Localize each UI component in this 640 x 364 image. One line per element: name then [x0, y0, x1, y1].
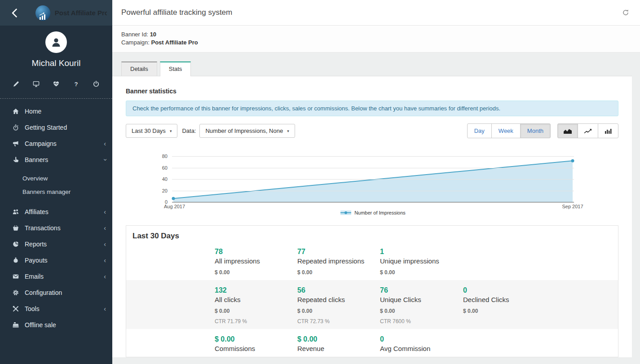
sidebar: Post Affiliate Pro Michal Kouril ?: [0, 0, 112, 364]
sidebar-item-banners[interactable]: Banners ‹: [0, 152, 112, 168]
stat-label: All clicks: [215, 296, 293, 303]
back-button[interactable]: [7, 5, 22, 21]
legend-label: Number of Impressions: [354, 210, 406, 215]
period-dropdown-value: Last 30 Days: [132, 127, 166, 134]
monitor-icon[interactable]: [33, 80, 40, 88]
section-heading: Banner statistics: [112, 76, 632, 95]
pencil-icon[interactable]: [13, 80, 20, 88]
data-point: [172, 197, 175, 200]
money-bag-icon: [13, 257, 19, 263]
chart-plot-area: [172, 156, 574, 202]
period-dropdown[interactable]: Last 30 Days ▾: [126, 124, 177, 138]
info-message: Check the performance of this banner for…: [126, 101, 618, 116]
stat-cell: 0 Declined Clicks $ 0.00: [463, 286, 618, 325]
stat-cell-empty: [463, 335, 618, 352]
tab-bar: Details Stats: [112, 61, 632, 76]
sidebar-item-overview[interactable]: Overview: [0, 171, 112, 185]
stat-cell: 56 Repeated clicks $ 0.00 CTR 72.73 %: [297, 286, 380, 325]
stat-money: $ 0.00: [380, 269, 459, 276]
tab-stats[interactable]: Stats: [160, 61, 191, 76]
stat-cell: 77 Repeated impressions $ 0.00: [297, 248, 380, 276]
stat-value: 56: [297, 286, 375, 294]
gridline: [172, 202, 574, 202]
summary-row-commissions: $ 0.00 Commissions $ 0.00 Revenue 0 Avg …: [126, 329, 618, 357]
summary-row-impressions: 78 All impressions $ 0.00 77 Repeated im…: [126, 241, 618, 280]
chevron-left-icon: ‹: [104, 140, 106, 147]
stat-label: Declined Clicks: [463, 296, 614, 303]
campaign-label: Campaign:: [121, 39, 150, 46]
avatar[interactable]: [45, 31, 67, 53]
stat-label: Repeated impressions: [297, 257, 375, 265]
stat-value: 78: [215, 248, 293, 256]
power-icon[interactable]: [93, 80, 100, 88]
banner-id-label: Banner Id:: [121, 31, 148, 38]
chart-type-group: [557, 123, 618, 138]
x-axis-label-start: Aug 2017: [164, 204, 185, 209]
refresh-icon[interactable]: [620, 7, 631, 18]
legend-marker: [340, 211, 351, 215]
sidebar-item-label: Affiliates: [25, 208, 49, 215]
gridline: [172, 156, 574, 157]
sidebar-item-offline-sale[interactable]: Offline sale: [0, 317, 112, 333]
day-button[interactable]: Day: [467, 123, 492, 138]
impressions-chart: 020406080 Aug 2017 Sep 2017 Number of Im…: [112, 153, 632, 220]
area-fill: [173, 161, 573, 202]
area-chart-icon: [564, 128, 572, 134]
sidebar-item-reports[interactable]: Reports ‹: [0, 236, 112, 252]
sidebar-item-label: Configuration: [25, 289, 62, 296]
sidebar-item-configuration[interactable]: Configuration: [0, 285, 112, 301]
sidebar-item-emails[interactable]: Emails ‹: [0, 268, 112, 285]
sidebar-item-label: Offline sale: [25, 321, 56, 329]
sidebar-item-affiliates[interactable]: Affiliates ‹: [0, 204, 112, 220]
sidebar-item-label: Overview: [22, 175, 48, 182]
topbar: Powerful affiliate tracking system: [112, 0, 640, 26]
stat-label: Unique Clicks: [380, 296, 459, 303]
week-button[interactable]: Week: [491, 123, 521, 138]
stats-panel: Banner statistics Check the performance …: [112, 76, 632, 357]
bar-chart-icon: [604, 128, 612, 134]
tab-label: Stats: [169, 66, 182, 72]
y-axis-tick: 60: [150, 165, 168, 171]
stat-money: $ 0.00: [463, 308, 614, 314]
sidebar-item-label: Banners: [25, 156, 48, 163]
sidebar-item-transactions[interactable]: Transactions ‹: [0, 220, 112, 236]
gutter: [126, 248, 215, 276]
sidebar-item-campaigns[interactable]: Campaigns ‹: [0, 136, 112, 152]
stat-label: All impressions: [215, 257, 293, 265]
page-title: Powerful affiliate tracking system: [121, 8, 232, 17]
gutter: [126, 286, 215, 325]
summary-box: Last 30 Days 78 All impressions $ 0.00 7…: [126, 225, 618, 357]
line-chart-icon: [584, 128, 592, 134]
quick-actions: ?: [0, 80, 112, 88]
bar-chart-button[interactable]: [598, 123, 618, 138]
users-icon: [13, 209, 19, 215]
stat-cell: 76 Unique Clicks $ 0.00 CTR 7600 %: [380, 286, 463, 325]
data-dropdown[interactable]: Number of Impressions, None ▾: [199, 124, 295, 138]
chart-legend: Number of Impressions: [172, 210, 574, 215]
gridline: [172, 191, 574, 191]
chart-controls: Last 30 Days ▾ Data: Number of Impressio…: [126, 123, 618, 138]
help-icon[interactable]: ?: [73, 80, 80, 88]
main-area: Powerful affiliate tracking system Banne…: [112, 0, 640, 364]
line-chart-button[interactable]: [578, 123, 598, 138]
y-axis-tick: 80: [150, 153, 168, 159]
person-icon: [50, 36, 62, 48]
sidebar-item-payouts[interactable]: Payouts ‹: [0, 252, 112, 268]
stat-cell: 78 All impressions $ 0.00: [215, 248, 297, 276]
app-window: Post Affiliate Pro Michal Kouril ?: [0, 0, 640, 364]
health-icon[interactable]: [53, 80, 60, 88]
sidebar-item-getting-started[interactable]: Getting Started: [0, 119, 112, 136]
gutter: [126, 335, 215, 352]
stat-value: 77: [297, 248, 375, 256]
chevron-left-icon: ‹: [104, 306, 106, 312]
tab-details[interactable]: Details: [121, 61, 157, 76]
x-axis-label-end: Sep 2017: [559, 204, 586, 209]
month-button[interactable]: Month: [520, 123, 551, 138]
stat-label: Repeated clicks: [297, 296, 375, 303]
stat-value: 1: [380, 248, 459, 256]
area-chart-button[interactable]: [557, 123, 578, 138]
sidebar-item-label: Getting Started: [25, 124, 67, 131]
sidebar-item-home[interactable]: Home: [0, 103, 112, 119]
sidebar-item-banners-manager[interactable]: Banners manager: [0, 185, 112, 198]
sidebar-item-tools[interactable]: Tools ‹: [0, 301, 112, 317]
